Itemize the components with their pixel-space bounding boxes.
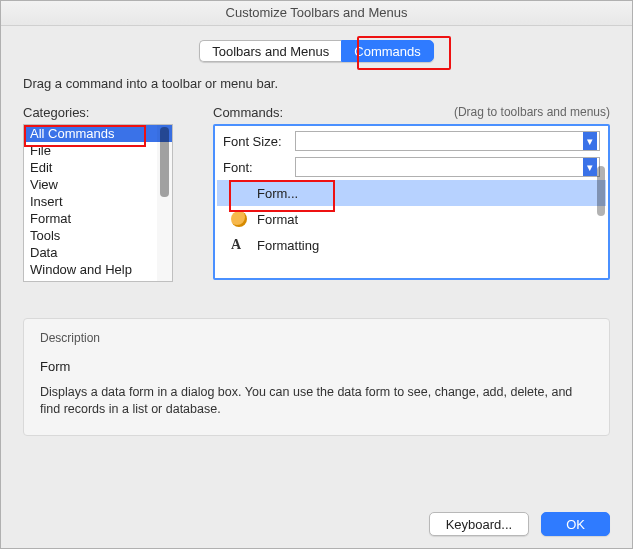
font-size-combo[interactable] — [295, 131, 600, 151]
palette-icon — [231, 211, 247, 227]
commands-scrollbar[interactable] — [597, 166, 605, 216]
category-item[interactable]: Edit — [24, 159, 172, 176]
instruction-text: Drag a command into a toolbar or menu ba… — [23, 76, 610, 91]
command-item[interactable]: Format — [217, 206, 606, 232]
command-item[interactable]: Form... — [217, 180, 606, 206]
command-item-label: Format — [257, 212, 298, 227]
customize-dialog: Customize Toolbars and Menus Toolbars an… — [0, 0, 633, 549]
category-item[interactable]: View — [24, 176, 172, 193]
tab-toolbars-and-menus[interactable]: Toolbars and Menus — [199, 40, 341, 62]
blank-icon — [231, 185, 247, 201]
font-row[interactable]: Font: — [217, 154, 606, 180]
description-heading: Description — [40, 331, 593, 345]
commands-label: Commands: — [213, 105, 283, 120]
category-item[interactable]: Tools — [24, 227, 172, 244]
category-item[interactable]: Data — [24, 244, 172, 261]
font-label: Font: — [223, 160, 287, 175]
font-size-row[interactable]: Font Size: — [217, 128, 606, 154]
category-item[interactable]: All Commands — [24, 125, 172, 142]
category-item[interactable]: Charting — [24, 278, 172, 282]
letter-a-icon: A — [231, 237, 247, 253]
font-combo[interactable] — [295, 157, 600, 177]
categories-list[interactable]: All CommandsFileEditViewInsertFormatTool… — [23, 124, 173, 282]
description-name: Form — [40, 359, 593, 374]
categories-label: Categories: — [23, 105, 89, 120]
tab-switcher: Toolbars and Menus Commands — [199, 40, 434, 62]
font-size-label: Font Size: — [223, 134, 287, 149]
tab-commands[interactable]: Commands — [341, 40, 433, 62]
command-item-label: Form... — [257, 186, 298, 201]
category-item[interactable]: Format — [24, 210, 172, 227]
category-item[interactable]: Window and Help — [24, 261, 172, 278]
drag-hint: (Drag to toolbars and menus) — [454, 105, 610, 120]
command-item[interactable]: AFormatting — [217, 232, 606, 258]
description-panel: Description Form Displays a data form in… — [23, 318, 610, 436]
categories-scrollbar[interactable] — [157, 125, 172, 281]
window-title: Customize Toolbars and Menus — [1, 1, 632, 26]
keyboard-button[interactable]: Keyboard... — [429, 512, 530, 536]
category-item[interactable]: File — [24, 142, 172, 159]
category-item[interactable]: Insert — [24, 193, 172, 210]
command-item-label: Formatting — [257, 238, 319, 253]
description-body: Displays a data form in a dialog box. Yo… — [40, 384, 593, 418]
ok-button[interactable]: OK — [541, 512, 610, 536]
commands-list[interactable]: Font Size: Font: Form...FormatAFormattin… — [213, 124, 610, 280]
